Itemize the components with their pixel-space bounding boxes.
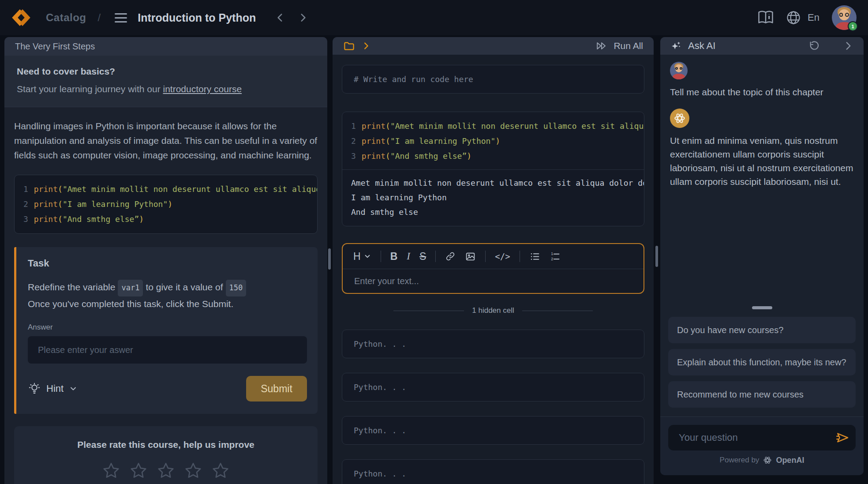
run-all-icon	[596, 41, 608, 51]
prev-chapter-icon[interactable]	[274, 12, 286, 23]
toolbar-divider	[485, 251, 486, 262]
python-cell[interactable]: Python. . .	[342, 459, 644, 484]
ask-ai-panel: Ask AI Tell me about the topic of this c…	[660, 37, 864, 475]
question-input[interactable]	[668, 425, 856, 450]
task-heading: Task	[28, 258, 307, 269]
handbook-icon[interactable]	[757, 10, 774, 25]
scrollbar-thumb[interactable]	[328, 248, 331, 270]
rating-card: Please rate this course, help us improve	[14, 426, 318, 484]
chevron-down-icon	[69, 384, 78, 393]
hidden-cell-label: 1 hidden cell	[472, 306, 514, 315]
line-number: 1	[351, 121, 356, 131]
italic-button[interactable]: I	[407, 251, 410, 262]
suggestion-chip[interactable]: Recommend to me new courses	[668, 381, 856, 408]
star-icon[interactable]	[156, 461, 176, 481]
language-label[interactable]: En	[808, 12, 819, 23]
cell-output: Amet minim mollit non deserunt ullamco e…	[342, 170, 644, 226]
chapters-menu-icon[interactable]	[115, 13, 127, 23]
suggestion-chip[interactable]: Explain about this function, maybe its n…	[668, 349, 856, 375]
numbered-list-button[interactable]: 1 2	[550, 251, 561, 262]
rating-stars	[23, 461, 309, 481]
breadcrumb-separator: /	[98, 11, 101, 24]
star-icon[interactable]	[183, 461, 203, 481]
resize-handle[interactable]	[752, 306, 772, 309]
topbar-right: En 1	[757, 5, 868, 30]
folder-icon[interactable]	[343, 40, 355, 52]
code-line: 2print("I am learning Python")	[15, 197, 317, 212]
python-cell[interactable]: Python. . .	[342, 373, 644, 401]
send-icon	[835, 431, 849, 445]
notebook-header: Run All	[333, 37, 654, 55]
toolbar-divider	[381, 251, 381, 262]
submit-button[interactable]: Submit	[246, 376, 307, 401]
theory-content: Handling images in Python is important b…	[4, 119, 327, 484]
code-snippet-button[interactable]: </>	[495, 251, 510, 261]
bulb-icon	[28, 382, 41, 395]
scrollbar-thumb[interactable]	[655, 246, 658, 267]
breadcrumb-chevron-icon	[361, 41, 371, 51]
ask-ai-footer: Powered by OpenAI	[660, 416, 864, 475]
output-line: And smthg else	[342, 205, 644, 219]
sparkles-icon	[670, 40, 682, 52]
link-button[interactable]	[445, 251, 456, 262]
code-line: 1print("Amet minim mollit non deserunt u…	[342, 119, 644, 134]
user-chat-avatar	[670, 62, 688, 79]
divider-line	[522, 311, 593, 311]
editor-toolbar: H B I S	[343, 244, 644, 269]
user-avatar[interactable]: 1	[832, 5, 857, 30]
powered-by: Powered by OpenAI	[660, 455, 864, 465]
run-all-button[interactable]: Run All	[596, 41, 643, 51]
openai-avatar	[670, 109, 689, 128]
ask-ai-title: Ask AI	[688, 40, 715, 52]
rich-text-input[interactable]	[343, 269, 644, 293]
chapter-header: The Very First Steps	[4, 37, 327, 56]
task-description: Redefine the variablevar1to give it a va…	[28, 280, 307, 311]
answer-label: Answer	[28, 323, 307, 332]
output-line: I am learning Python	[342, 190, 644, 205]
toolbar-divider	[520, 251, 520, 262]
svg-text:2: 2	[551, 256, 553, 261]
python-cell[interactable]: Python. . .	[342, 330, 644, 358]
breadcrumb-catalog[interactable]: Catalog	[46, 11, 86, 24]
send-button[interactable]	[835, 431, 849, 445]
hidden-cell-divider[interactable]: 1 hidden cell	[342, 306, 644, 315]
avatar-badge: 1	[848, 21, 858, 31]
reset-chat-icon[interactable]	[808, 40, 819, 52]
line-number: 2	[23, 199, 28, 209]
star-icon[interactable]	[128, 461, 149, 481]
svg-text:1: 1	[551, 251, 553, 256]
text-editor-cell: H B I S	[342, 243, 644, 294]
line-number: 1	[23, 184, 28, 194]
openai-logo-icon	[763, 455, 772, 465]
scratch-cell[interactable]: # Write and run code here	[342, 65, 644, 94]
bullet-list-icon	[529, 251, 540, 262]
basics-heading: Need to cover basics?	[17, 66, 315, 77]
bold-button[interactable]: B	[390, 251, 398, 263]
heading-button[interactable]: H	[353, 251, 371, 263]
line-number: 3	[351, 151, 356, 161]
bullet-list-button[interactable]	[529, 251, 540, 262]
openai-label: OpenAI	[776, 456, 804, 465]
chat-thread: Tell me about the topic of this chapter …	[660, 55, 864, 188]
divider-line	[393, 311, 464, 311]
image-icon	[465, 251, 476, 262]
star-icon[interactable]	[210, 461, 231, 481]
collapse-panel-icon[interactable]	[842, 40, 854, 52]
suggestion-chip[interactable]: Do you have new courses?	[668, 317, 856, 343]
answer-input[interactable]	[28, 336, 307, 364]
image-button[interactable]	[465, 251, 476, 262]
chapter-title: The Very First Steps	[15, 41, 95, 52]
python-cell[interactable]: Python. . .	[342, 416, 644, 445]
theory-code-block: 1print("Amet minim mollit non deserunt u…	[14, 175, 318, 234]
hint-button[interactable]: Hint	[28, 382, 78, 395]
code-editor[interactable]: 1print("Amet minim mollit non deserunt u…	[342, 112, 644, 170]
introductory-course-link[interactable]: introductory course	[163, 84, 242, 94]
language-globe-icon[interactable]	[786, 10, 801, 26]
strikethrough-button[interactable]: S	[419, 251, 426, 263]
code-cell[interactable]: 1print("Amet minim mollit non deserunt u…	[342, 112, 644, 226]
output-line: Amet minim mollit non deserunt ullamco e…	[342, 176, 644, 190]
star-icon[interactable]	[101, 461, 121, 481]
brand-logo-icon[interactable]	[10, 6, 33, 29]
next-chapter-icon[interactable]	[297, 12, 309, 23]
ai-message: Ut enim ad minima veniam, quis nostrum e…	[670, 134, 854, 188]
